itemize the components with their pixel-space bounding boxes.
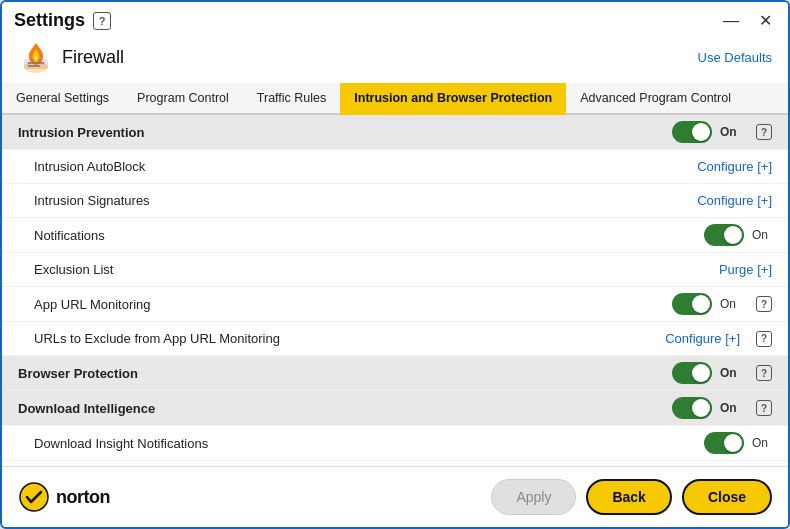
svg-point-4 bbox=[20, 483, 48, 511]
browser-protection-on-label: On bbox=[720, 366, 740, 380]
notifications-label: Notifications bbox=[18, 228, 704, 243]
app-url-monitoring-help-icon[interactable]: ? bbox=[756, 296, 772, 312]
notifications-toggle[interactable] bbox=[704, 224, 744, 246]
exclusion-list-purge-btn[interactable]: Purge [+] bbox=[719, 262, 772, 277]
intrusion-prevention-toggle[interactable] bbox=[672, 121, 712, 143]
browser-protection-toggle[interactable] bbox=[672, 362, 712, 384]
norton-label: norton bbox=[56, 487, 110, 508]
intrusion-prevention-help-icon[interactable]: ? bbox=[756, 124, 772, 140]
download-insight-notifications-on-label: On bbox=[752, 436, 772, 450]
title-help-icon[interactable]: ? bbox=[93, 12, 111, 30]
intrusion-prevention-label: Intrusion Prevention bbox=[18, 125, 672, 140]
download-intelligence-on-label: On bbox=[720, 401, 740, 415]
urls-to-exclude-help-icon[interactable]: ? bbox=[756, 331, 772, 347]
title-bar: Settings ? — ✕ bbox=[2, 2, 788, 35]
footer-buttons: Apply Back Close bbox=[491, 479, 772, 515]
urls-to-exclude-configure-btn[interactable]: Configure [+] bbox=[665, 331, 740, 346]
tab-advanced-program[interactable]: Advanced Program Control bbox=[566, 83, 745, 115]
intrusion-prevention-row: Intrusion Prevention On ? bbox=[2, 115, 788, 150]
header-section: Firewall Use Defaults bbox=[2, 35, 788, 83]
download-intelligence-help-icon[interactable]: ? bbox=[756, 400, 772, 416]
download-intelligence-label: Download Intelligence bbox=[18, 401, 672, 416]
intrusion-autoblock-row: Intrusion AutoBlock Configure [+] bbox=[2, 150, 788, 184]
tabs-bar: General Settings Program Control Traffic… bbox=[2, 83, 788, 115]
content-area: Intrusion Prevention On ? Intrusion Auto… bbox=[2, 115, 788, 466]
browser-protection-row: Browser Protection On ? bbox=[2, 356, 788, 391]
back-button[interactable]: Back bbox=[586, 479, 671, 515]
intrusion-signatures-configure-btn[interactable]: Configure [+] bbox=[697, 193, 772, 208]
download-insight-notifications-toggle[interactable] bbox=[704, 432, 744, 454]
intrusion-autoblock-configure-btn[interactable]: Configure [+] bbox=[697, 159, 772, 174]
footer: norton Apply Back Close bbox=[2, 466, 788, 527]
tab-traffic-rules[interactable]: Traffic Rules bbox=[243, 83, 340, 115]
download-insight-notifications-label: Download Insight Notifications bbox=[18, 436, 704, 451]
urls-to-exclude-row: URLs to Exclude from App URL Monitoring … bbox=[2, 322, 788, 356]
app-url-monitoring-row: App URL Monitoring On ? bbox=[2, 287, 788, 322]
intrusion-prevention-on-label: On bbox=[720, 125, 740, 139]
apply-button[interactable]: Apply bbox=[491, 479, 576, 515]
svg-rect-1 bbox=[24, 59, 48, 69]
app-url-monitoring-toggle[interactable] bbox=[672, 293, 712, 315]
urls-to-exclude-label: URLs to Exclude from App URL Monitoring bbox=[18, 331, 665, 346]
settings-window: Settings ? — ✕ Firewall Use Defaults Ge bbox=[0, 0, 790, 529]
browser-protection-help-icon[interactable]: ? bbox=[756, 365, 772, 381]
tab-general-settings[interactable]: General Settings bbox=[2, 83, 123, 115]
norton-logo: norton bbox=[18, 481, 110, 513]
use-defaults-button[interactable]: Use Defaults bbox=[698, 50, 772, 65]
app-url-monitoring-on-label: On bbox=[720, 297, 740, 311]
norton-check-icon bbox=[18, 481, 50, 513]
flame-icon bbox=[18, 39, 54, 75]
firewall-label: Firewall bbox=[62, 47, 124, 68]
download-intelligence-row: Download Intelligence On ? bbox=[2, 391, 788, 426]
download-insight-notifications-row: Download Insight Notifications On bbox=[2, 426, 788, 461]
close-button[interactable]: ✕ bbox=[755, 11, 776, 31]
browser-protection-label: Browser Protection bbox=[18, 366, 672, 381]
download-intelligence-toggle[interactable] bbox=[672, 397, 712, 419]
tab-intrusion-browser[interactable]: Intrusion and Browser Protection bbox=[340, 83, 566, 115]
notifications-on-label: On bbox=[752, 228, 772, 242]
minimize-button[interactable]: — bbox=[719, 11, 743, 31]
tab-program-control[interactable]: Program Control bbox=[123, 83, 243, 115]
firewall-logo: Firewall bbox=[18, 39, 124, 75]
exclusion-list-label: Exclusion List bbox=[18, 262, 719, 277]
intrusion-autoblock-label: Intrusion AutoBlock bbox=[18, 159, 697, 174]
intrusion-signatures-row: Intrusion Signatures Configure [+] bbox=[2, 184, 788, 218]
app-url-monitoring-label: App URL Monitoring bbox=[18, 297, 672, 312]
window-title: Settings bbox=[14, 10, 85, 31]
close-window-button[interactable]: Close bbox=[682, 479, 772, 515]
exclusion-list-row: Exclusion List Purge [+] bbox=[2, 253, 788, 287]
notifications-row: Notifications On bbox=[2, 218, 788, 253]
intrusion-signatures-label: Intrusion Signatures bbox=[18, 193, 697, 208]
